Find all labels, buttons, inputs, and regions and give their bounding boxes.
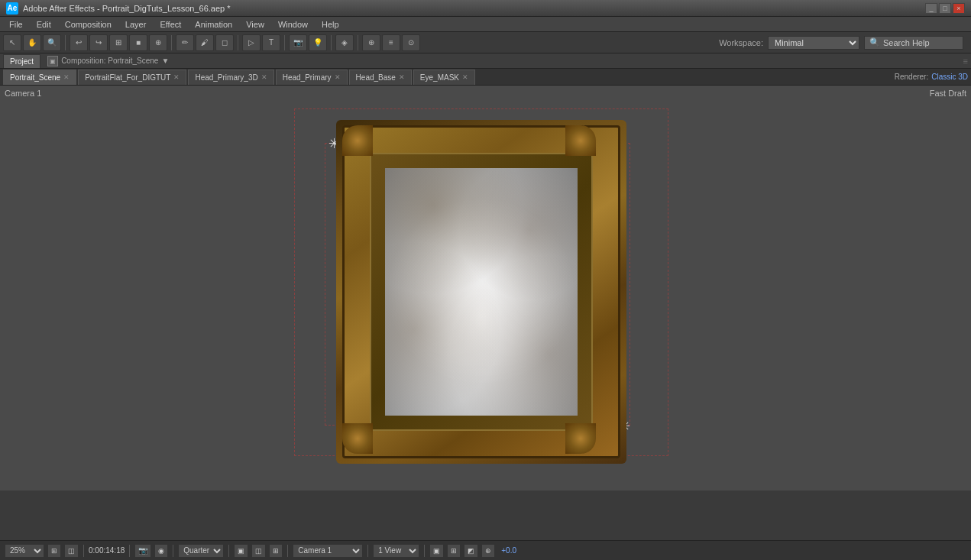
comp-tab-close-5[interactable]: ✕ [462,73,468,81]
comp-tab-close-0[interactable]: ✕ [63,73,70,81]
tool-camera[interactable]: 📷 [289,34,307,51]
comp-tab-eye-mask[interactable]: Eye_MASK ✕ [413,70,475,85]
comp-tab-label-2: Head_Primary_3D [195,73,257,82]
tool-puppet[interactable]: ◈ [335,34,354,51]
menu-bar: File Edit Composition Layer Effect Anima… [0,17,971,32]
comp-label: ▣ Composition: Portrait_Scene ▼ [47,56,169,66]
view-grid-btn[interactable]: ⊞ [269,544,283,558]
workspace-area: Workspace: Minimal Standard All Panels 🔍… [719,36,968,50]
offset-value: 0.0 [506,546,516,555]
sep-s7 [424,545,425,557]
comp-icon: ▣ [47,56,58,66]
camera-label: Camera 1 [5,89,41,98]
comp-tab-close-4[interactable]: ✕ [399,73,405,81]
canvas-texture [385,168,578,416]
tool-move[interactable]: ⊕ [362,34,380,51]
fast-draft-label: Fast Draft [930,89,966,98]
tool-select[interactable]: ↖ [3,34,21,51]
comp-tab-close-2[interactable]: ✕ [261,73,267,81]
comp-tab-label-4: Head_Base [356,73,396,82]
tool-align[interactable]: ≡ [382,34,400,51]
sep4 [284,35,285,50]
renderer-value: Classic 3D [931,73,968,81]
resolution-select[interactable]: Quarter Half Full [178,544,224,558]
comp-tab-head-primary-3d[interactable]: Head_Primary_3D ✕ [188,70,273,85]
comp-tab-label-0: Portrait_Scene [10,73,60,82]
project-panel-tab[interactable]: Project [3,54,40,68]
comp-tab-label-5: Eye_MASK [420,73,459,82]
frame-corner-br [565,423,596,454]
sep-s6 [367,545,368,557]
fit-button[interactable]: ⊞ [47,544,61,558]
window-controls: _ □ × [925,3,965,14]
title-bar: Ae Adobe After Effects - Portrait_DigTut… [0,0,971,17]
search-help-input[interactable]: 🔍 Search Help [864,36,963,50]
tool-brush[interactable]: 🖌 [196,34,214,51]
menu-help[interactable]: Help [316,18,345,31]
comp-tab-portrait-scene[interactable]: Portrait_Scene ✕ [3,70,76,85]
tool-undo[interactable]: ↩ [70,34,88,51]
tool-new-comp[interactable]: ⊞ [109,34,128,51]
comp-tab-close-1[interactable]: ✕ [173,73,180,81]
sep-s4 [228,545,229,557]
project-tab-label: Project [10,57,34,66]
menu-layer[interactable]: Layer [119,18,153,31]
panel-menu-icon[interactable]: ≡ [963,57,968,66]
offset-display: +0.0 [501,546,516,555]
tool-redo[interactable]: ↪ [89,34,108,51]
zoom-select[interactable]: 25% 50% 100% [5,544,44,558]
view-icon-4[interactable]: ⊕ [481,544,495,558]
snapshot-button[interactable]: 📷 [134,544,151,558]
menu-file[interactable]: File [3,18,29,31]
clip-button[interactable]: ◫ [64,544,79,558]
sep1 [65,35,66,50]
panel-bar: Project ▣ Composition: Portrait_Scene ▼ … [0,53,971,69]
comp-tab-head-base[interactable]: Head_Base ✕ [349,70,412,85]
sep6 [358,35,358,50]
view-icon-3[interactable]: ◩ [464,544,478,558]
workspace-dropdown[interactable]: Minimal Standard All Panels [768,36,859,50]
status-bar: 25% 50% 100% ⊞ ◫ 0:00:14:18 📷 ◉ Quarter … [0,540,971,560]
comp-tab-label-1: PortraitFlat_For_DIGTUT [85,73,170,82]
view-count-select[interactable]: 1 View 2 Views 4 Views [373,544,419,558]
app-icon: Ae [6,2,18,15]
comp-tab-label-3: Head_Primary [283,73,332,82]
view-icon-2[interactable]: ⊞ [447,544,461,558]
workspace-label: Workspace: [719,38,763,47]
transparency-btn[interactable]: ◫ [251,544,266,558]
tool-target[interactable]: ⊕ [149,34,167,51]
comp-tab-close-3[interactable]: ✕ [335,73,341,81]
region-btn[interactable]: ▣ [234,544,248,558]
comp-tab-portraitflat[interactable]: PortraitFlat_For_DIGTUT ✕ [78,70,186,85]
color-btn[interactable]: ◉ [154,544,168,558]
composition-viewport: ✳ ✳ [290,101,672,475]
toolbar: ↖ ✋ 🔍 ↩ ↪ ⊞ ■ ⊕ ✏ 🖌 ◻ ▷ T 📷 💡 ◈ ⊕ ≡ ⊙ Wo… [0,32,971,53]
view-icon-1[interactable]: ▣ [429,544,444,558]
menu-view[interactable]: View [240,18,270,31]
timecode-display: 0:00:14:18 [89,546,125,555]
view-select[interactable]: Camera 1 Active Camera Top Front [293,544,363,558]
menu-window[interactable]: Window [272,18,314,31]
renderer-label: Renderer: [895,73,928,81]
menu-animation[interactable]: Animation [189,18,238,31]
comp-dropdown-icon[interactable]: ▼ [161,57,169,65]
tool-extra[interactable]: ⊙ [402,34,420,51]
tool-text[interactable]: T [262,34,280,51]
maximize-button[interactable]: □ [939,3,951,14]
sep-s5 [287,545,288,557]
menu-edit[interactable]: Edit [31,18,57,31]
close-button[interactable]: × [953,3,965,14]
menu-composition[interactable]: Composition [59,18,118,31]
comp-tab-head-primary[interactable]: Head_Primary ✕ [276,70,348,85]
tool-eraser[interactable]: ◻ [215,34,234,51]
tool-shape[interactable]: ▷ [242,34,261,51]
canvas-painting [385,168,578,416]
tool-light[interactable]: 💡 [309,34,327,51]
tool-pen[interactable]: ✏ [176,34,194,51]
tool-zoom[interactable]: 🔍 [43,34,61,51]
tool-hand[interactable]: ✋ [23,34,41,51]
frame-corner-tr [565,125,596,156]
menu-effect[interactable]: Effect [154,18,187,31]
tool-solid[interactable]: ■ [129,34,147,51]
minimize-button[interactable]: _ [925,3,937,14]
